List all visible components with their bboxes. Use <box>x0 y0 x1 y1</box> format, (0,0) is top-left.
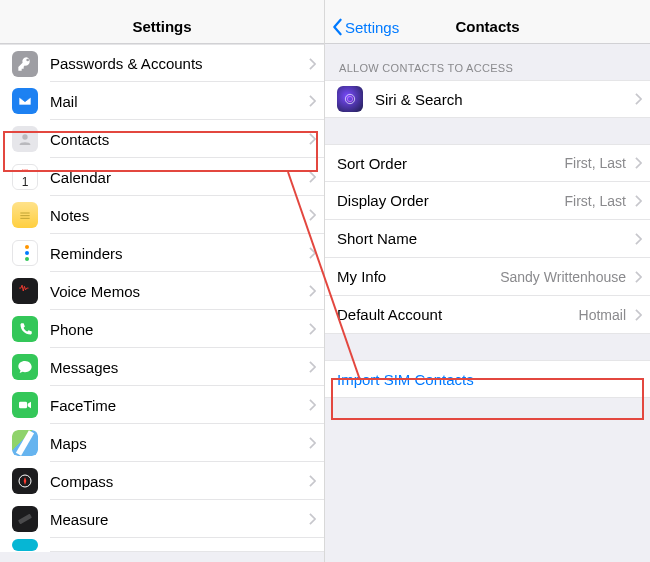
key-icon <box>12 51 38 77</box>
page-title: Contacts <box>455 18 519 35</box>
chevron-right-icon <box>306 323 324 335</box>
siri-icon <box>337 86 363 112</box>
chevron-right-icon <box>632 93 650 105</box>
row-compass[interactable]: Compass <box>0 462 324 500</box>
chevron-right-icon <box>632 157 650 169</box>
row-label: Sort Order <box>337 155 565 172</box>
row-label: Calendar <box>50 169 306 186</box>
chevron-right-icon <box>306 475 324 487</box>
svg-rect-3 <box>18 514 32 525</box>
row-partial[interactable] <box>0 538 324 552</box>
row-phone[interactable]: Phone <box>0 310 324 348</box>
mail-icon <box>12 88 38 114</box>
maps-icon <box>12 430 38 456</box>
section-header: ALLOW CONTACTS TO ACCESS <box>325 44 650 80</box>
nav-bar: Settings Contacts <box>325 10 650 44</box>
row-label: Reminders <box>50 245 306 262</box>
status-bar <box>325 0 650 10</box>
chevron-right-icon <box>306 513 324 525</box>
phone-icon <box>12 316 38 342</box>
settings-pane: Settings Passwords & Accounts Mail <box>0 0 325 562</box>
measure-icon <box>12 506 38 532</box>
status-bar <box>0 0 324 10</box>
page-title: Settings <box>132 18 191 35</box>
notes-icon <box>12 202 38 228</box>
chevron-right-icon <box>306 399 324 411</box>
calendar-icon: ••• 1 <box>12 164 38 190</box>
row-label: Passwords & Accounts <box>50 55 306 72</box>
row-import-sim-contacts[interactable]: Import SIM Contacts <box>325 360 650 398</box>
row-notes[interactable]: Notes <box>0 196 324 234</box>
facetime-icon <box>12 392 38 418</box>
chevron-right-icon <box>632 309 650 321</box>
row-label: Mail <box>50 93 306 110</box>
row-label: Compass <box>50 473 306 490</box>
voice-memos-icon <box>12 278 38 304</box>
chevron-right-icon <box>306 133 324 145</box>
row-label: Default Account <box>337 306 579 323</box>
row-calendar[interactable]: ••• 1 Calendar <box>0 158 324 196</box>
row-facetime[interactable]: FaceTime <box>0 386 324 424</box>
reminders-icon <box>12 240 38 266</box>
section-gap <box>325 334 650 360</box>
row-label: Siri & Search <box>375 91 632 108</box>
row-label: Contacts <box>50 131 306 148</box>
row-label: Voice Memos <box>50 283 306 300</box>
chevron-right-icon <box>306 247 324 259</box>
chevron-right-icon <box>306 209 324 221</box>
row-value: Hotmail <box>579 307 632 323</box>
chevron-right-icon <box>632 233 650 245</box>
compass-icon <box>12 468 38 494</box>
row-messages[interactable]: Messages <box>0 348 324 386</box>
row-siri-search[interactable]: Siri & Search <box>325 80 650 118</box>
row-measure[interactable]: Measure <box>0 500 324 538</box>
row-label: Display Order <box>337 192 565 209</box>
row-label: Phone <box>50 321 306 338</box>
row-my-info[interactable]: My Info Sandy Writtenhouse <box>325 258 650 296</box>
row-label: FaceTime <box>50 397 306 414</box>
row-contacts[interactable]: Contacts <box>0 120 324 158</box>
row-voice-memos[interactable]: Voice Memos <box>0 272 324 310</box>
svg-point-5 <box>347 96 352 101</box>
row-label: Import SIM Contacts <box>337 371 650 388</box>
row-reminders[interactable]: Reminders <box>0 234 324 272</box>
chevron-right-icon <box>632 271 650 283</box>
section-gap <box>325 118 650 144</box>
chevron-right-icon <box>306 437 324 449</box>
settings-list[interactable]: Passwords & Accounts Mail Contacts <box>0 44 324 562</box>
row-label: Short Name <box>337 230 626 247</box>
row-value: First, Last <box>565 193 632 209</box>
row-value: First, Last <box>565 155 632 171</box>
svg-point-4 <box>345 94 354 103</box>
row-label: Messages <box>50 359 306 376</box>
row-label: My Info <box>337 268 500 285</box>
row-sort-order[interactable]: Sort Order First, Last <box>325 144 650 182</box>
chevron-right-icon <box>306 95 324 107</box>
row-passwords-accounts[interactable]: Passwords & Accounts <box>0 44 324 82</box>
row-short-name[interactable]: Short Name <box>325 220 650 258</box>
contacts-icon <box>12 126 38 152</box>
chevron-right-icon <box>306 361 324 373</box>
back-button[interactable]: Settings <box>331 10 399 44</box>
row-maps[interactable]: Maps <box>0 424 324 462</box>
contacts-settings-list[interactable]: ALLOW CONTACTS TO ACCESS Siri & Search S… <box>325 44 650 562</box>
row-value: Sandy Writtenhouse <box>500 269 632 285</box>
row-display-order[interactable]: Display Order First, Last <box>325 182 650 220</box>
chevron-right-icon <box>306 58 324 70</box>
row-mail[interactable]: Mail <box>0 82 324 120</box>
chevron-right-icon <box>632 195 650 207</box>
contacts-settings-pane: Settings Contacts ALLOW CONTACTS TO ACCE… <box>325 0 650 562</box>
chevron-left-icon <box>331 18 343 36</box>
row-default-account[interactable]: Default Account Hotmail <box>325 296 650 334</box>
nav-bar: Settings <box>0 10 324 44</box>
chevron-right-icon <box>306 285 324 297</box>
svg-rect-1 <box>19 402 27 409</box>
partial-icon <box>12 539 38 551</box>
row-label: Notes <box>50 207 306 224</box>
messages-icon <box>12 354 38 380</box>
svg-point-0 <box>22 134 27 139</box>
row-label: Measure <box>50 511 306 528</box>
row-label: Maps <box>50 435 306 452</box>
chevron-right-icon <box>306 171 324 183</box>
back-label: Settings <box>345 19 399 36</box>
